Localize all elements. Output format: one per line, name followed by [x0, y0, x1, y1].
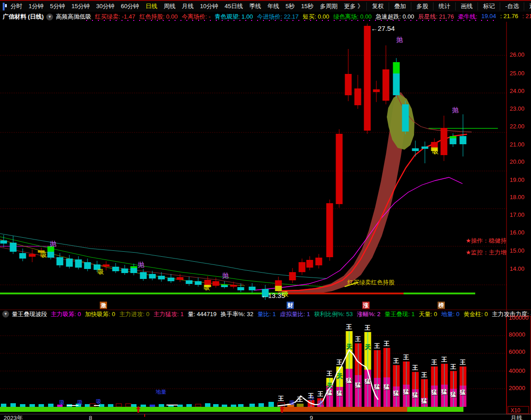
volheader-fields: 主力吸筹: 0加快吸筹: 0主力进攻: 0主力猛攻: 1量: 444719换手率…	[51, 310, 531, 318]
tab-period-13[interactable]: 5秒	[283, 2, 298, 10]
volheader-field-6: 量比: 1	[258, 310, 276, 318]
infobar-field-5: 短买: 0.00	[303, 13, 330, 21]
menu-action-4[interactable]: 画线	[455, 2, 477, 10]
volheader-field-9: 涨幅%: 2	[357, 310, 380, 318]
menubar-right: 复权叠加多股统计画线标记-自选返回	[366, 1, 531, 12]
app-icon	[3, 3, 5, 10]
menu-action-5[interactable]: 标记	[477, 2, 500, 10]
volheader-field-2: 主力进攻: 0	[119, 310, 149, 318]
infobar-field-7: 急速超跌: 0.00	[376, 13, 414, 21]
infobar-field-4: 今进场价: 22.17	[257, 13, 299, 21]
volheader-field-12: 地量: 0	[441, 310, 459, 318]
tab-period-11[interactable]: 季线	[246, 2, 264, 10]
infobar-field-2: 今离场价: -	[182, 13, 211, 21]
infobar-field-9: 牵牛线:	[458, 13, 477, 21]
tab-period-8[interactable]: 月线	[179, 2, 197, 10]
volheader-field-10: 量王叠现: 1	[385, 310, 414, 318]
menu-action-3[interactable]: 统计	[433, 2, 455, 10]
volheader-field-7: 虚拟量比: 1	[280, 310, 310, 318]
tab-period-7[interactable]: 周线	[161, 2, 179, 10]
tab-period-1[interactable]: 1分钟	[25, 2, 47, 10]
tab-period-14[interactable]: 15秒	[298, 2, 317, 10]
period-menubar: 分时1分钟5分钟15分钟30分钟60分钟日线周线月线10分钟45日线季线年线5秒…	[0, 0, 531, 12]
volheader-field-5: 换手率%: 32	[220, 310, 253, 318]
chevron-down-icon[interactable]: ▼	[46, 14, 53, 20]
tab-period-12[interactable]: 年线	[264, 2, 283, 10]
volheader-field-1: 加快吸筹: 0	[85, 310, 115, 318]
chart-canvas[interactable]	[0, 0, 531, 420]
volheader-field-3: 主力猛攻: 1	[153, 310, 183, 318]
infobar-field-0: 红买绿卖: -1.47	[95, 13, 135, 21]
tab-period-0[interactable]: 分时	[7, 2, 25, 10]
menu-action-7[interactable]: 返回	[524, 2, 531, 10]
stock-title: 广信材料 (日线)	[3, 13, 44, 21]
infobar-field-11: : 21.76	[500, 13, 518, 21]
volheader-field-8: 获利比例%: 53	[314, 310, 353, 318]
tab-period-10[interactable]: 45日线	[221, 2, 246, 10]
tab-period-2[interactable]: 5分钟	[47, 2, 68, 10]
indicator-name[interactable]: 高频高抛低吸	[56, 13, 91, 21]
menu-action-1[interactable]: 叠加	[389, 2, 411, 10]
tab-period-16[interactable]: 更多 》	[341, 2, 367, 10]
tab-period-9[interactable]: 10分钟	[197, 2, 221, 10]
infobar-field-1: 红色持股: 0.00	[139, 13, 178, 21]
infobar-field-6: 绿色离场: 0.00	[333, 13, 372, 21]
trading-app-window: 分时1分钟5分钟15分钟30分钟60分钟日线周线月线10分钟45日线季线年线5秒…	[0, 0, 531, 420]
infobar-field-10: 19.04	[482, 13, 497, 21]
volheader-field-14: 主力攻击力度: -	[492, 310, 531, 318]
menu-action-6[interactable]: -自选	[500, 2, 524, 10]
infobar-field-8: 辰星线: 21.76	[418, 13, 454, 21]
tab-period-4[interactable]: 30分钟	[93, 2, 117, 10]
stock-infobar: 广信材料 (日线) ▼ 高频高抛低吸 红买绿卖: -1.47红色持股: 0.00…	[0, 12, 531, 22]
volheader-field-4: 量: 444719	[188, 310, 217, 318]
menubar-left: 分时1分钟5分钟15分钟30分钟60分钟日线周线月线10分钟45日线季线年线5秒…	[7, 2, 366, 10]
volheader-field-0: 主力吸筹: 0	[51, 310, 81, 318]
chevron-down-icon[interactable]: ▼	[2, 311, 9, 317]
menu-action-0[interactable]: 复权	[366, 2, 389, 10]
tab-period-6[interactable]: 日线	[142, 2, 161, 10]
volheader-field-13: 黄金柱: 0	[463, 310, 487, 318]
menu-action-2[interactable]: 多股	[411, 2, 433, 10]
volume-pane-header: ▼ 量王叠现波段 主力吸筹: 0加快吸筹: 0主力进攻: 0主力猛攻: 1量: …	[0, 310, 531, 318]
tab-period-5[interactable]: 60分钟	[117, 2, 142, 10]
infobar-field-3: 青色观望: 1.00	[214, 13, 253, 21]
volheader-field-11: 天量: 0	[419, 310, 437, 318]
tab-period-15[interactable]: 多周期	[317, 2, 341, 10]
infobar-field-12: : 21.76	[522, 13, 531, 21]
volume-indicator-name[interactable]: 量王叠现波段	[12, 310, 47, 318]
tab-period-3[interactable]: 15分钟	[68, 2, 93, 10]
infobar-fields: 红买绿卖: -1.47红色持股: 0.00今离场价: -青色观望: 1.00今进…	[95, 13, 531, 21]
